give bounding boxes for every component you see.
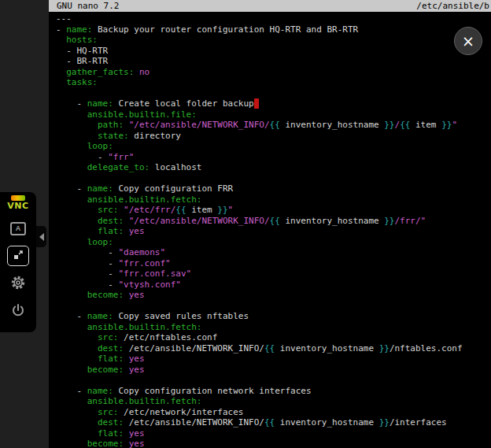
vnc-logo-mark	[11, 195, 25, 201]
editor-line: - "frr"	[56, 152, 491, 163]
settings-button[interactable]	[7, 273, 29, 294]
editor-line: ansible.builtin.fetch:	[56, 396, 491, 407]
editor-line: path: "/etc/ansible/NETWORK_INFO/{{ inve…	[56, 120, 491, 131]
editor-line	[56, 301, 491, 312]
editor-line: tasks:	[56, 77, 491, 88]
editor-line: ---	[56, 13, 491, 24]
control-bar-handle[interactable]	[36, 226, 46, 247]
editor-line: ansible.builtin.fetch:	[56, 194, 491, 205]
editor-line: - name: Copy saved rules nftables	[56, 311, 491, 322]
power-button[interactable]	[7, 301, 29, 321]
editor-line: become: yes	[56, 365, 491, 376]
vnc-logo-text: VNC	[7, 201, 28, 211]
fullscreen-button[interactable]	[7, 246, 29, 266]
fullscreen-icon	[13, 250, 24, 263]
editor-line: flat: yes	[56, 226, 491, 237]
editor-line: src: /etc/nftables.conf	[56, 332, 491, 343]
terminal-window: GNU nano 7.2 /etc/ansible/b ---- name: B…	[49, 0, 491, 448]
keyboard-icon: A	[10, 222, 26, 235]
nano-titlebar: GNU nano 7.2 /etc/ansible/b	[49, 0, 491, 12]
editor-line: - BR-RTR	[56, 56, 491, 67]
editor-line: dest: /etc/ansible/NETWORK_INFO/{{ inven…	[56, 417, 491, 428]
chevron-left-icon	[39, 233, 44, 241]
keyboard-button[interactable]: A	[7, 218, 29, 239]
editor-line: - "frr.conf"	[56, 258, 491, 269]
editor-line: gather_facts: no	[56, 67, 491, 78]
editor-line: src: "/etc/frr/{{ item }}"	[56, 205, 491, 216]
close-button[interactable]: ×	[454, 27, 482, 55]
vnc-logo: VNC	[7, 195, 28, 211]
editor-line: dest: /etc/ansible/NETWORK_INFO/{{ inven…	[56, 343, 491, 354]
vnc-control-bar: VNC A	[0, 192, 36, 332]
editor-line: - HQ-RTR	[56, 46, 491, 57]
editor-line: ansible.builtin.fetch:	[56, 322, 491, 333]
editor-line: hosts:	[56, 35, 491, 46]
editor-line	[56, 173, 491, 184]
editor-line: - "vtysh.conf"	[56, 280, 491, 291]
editor-line: - name: Backup your router configuration…	[56, 24, 491, 35]
editor-line: - name: Copy configuration network inter…	[56, 386, 491, 397]
editor-line: dest: "/etc/ansible/NETWORK_INFO/{{ inve…	[56, 216, 491, 227]
editor-line: - "frr.conf.sav"	[56, 268, 491, 280]
editor-line: become: yes	[56, 290, 491, 301]
editor-line: - name: Create local folder backup	[56, 98, 491, 109]
keyboard-icon-letter: A	[16, 224, 21, 232]
power-icon	[11, 303, 25, 320]
editor-line: loop:	[56, 141, 491, 152]
close-icon: ×	[462, 34, 474, 49]
editor-line: flat: yes	[56, 354, 491, 365]
nano-version-label: GNU nano 7.2	[57, 1, 119, 11]
editor-line	[56, 88, 491, 99]
nano-editor[interactable]: ---- name: Backup your router configurat…	[49, 12, 491, 448]
editor-line: flat: yes	[56, 428, 491, 439]
editor-line: - name: Copy configuration FRR	[56, 183, 491, 194]
nano-filename-label: /etc/ansible/b	[416, 1, 489, 11]
editor-line	[56, 375, 491, 386]
editor-line: - "daemons"	[56, 247, 491, 258]
editor-line: delegate_to: localhost	[56, 162, 491, 173]
editor-line: ansible.builtin.file:	[56, 109, 491, 120]
text-cursor	[254, 98, 260, 109]
editor-line: loop:	[56, 237, 491, 248]
editor-line: become: yes	[56, 439, 491, 448]
editor-line: src: /etc/network/interfaces	[56, 407, 491, 418]
editor-line: state: directory	[56, 131, 491, 142]
gear-icon	[10, 275, 26, 293]
